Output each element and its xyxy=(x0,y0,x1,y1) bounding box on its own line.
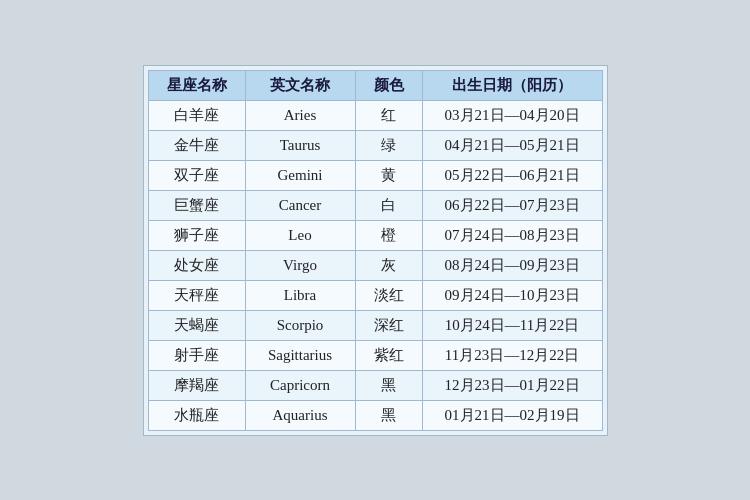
cell-en: Sagittarius xyxy=(245,340,355,370)
table-row: 巨蟹座Cancer白06月22日—07月23日 xyxy=(148,190,602,220)
table-row: 处女座Virgo灰08月24日—09月23日 xyxy=(148,250,602,280)
cell-en: Cancer xyxy=(245,190,355,220)
cell-date: 07月24日—08月23日 xyxy=(422,220,602,250)
cell-color: 淡红 xyxy=(355,280,422,310)
cell-en: Aries xyxy=(245,100,355,130)
cell-color: 红 xyxy=(355,100,422,130)
cell-zh: 巨蟹座 xyxy=(148,190,245,220)
cell-color: 绿 xyxy=(355,130,422,160)
cell-en: Virgo xyxy=(245,250,355,280)
cell-color: 白 xyxy=(355,190,422,220)
cell-date: 11月23日—12月22日 xyxy=(422,340,602,370)
cell-zh: 摩羯座 xyxy=(148,370,245,400)
cell-color: 橙 xyxy=(355,220,422,250)
cell-color: 黑 xyxy=(355,370,422,400)
table-row: 白羊座Aries红03月21日—04月20日 xyxy=(148,100,602,130)
cell-zh: 白羊座 xyxy=(148,100,245,130)
cell-en: Libra xyxy=(245,280,355,310)
cell-zh: 双子座 xyxy=(148,160,245,190)
header-color: 颜色 xyxy=(355,70,422,100)
table-row: 射手座Sagittarius紫红11月23日—12月22日 xyxy=(148,340,602,370)
cell-zh: 狮子座 xyxy=(148,220,245,250)
cell-date: 08月24日—09月23日 xyxy=(422,250,602,280)
table-row: 摩羯座Capricorn黑12月23日—01月22日 xyxy=(148,370,602,400)
cell-date: 05月22日—06月21日 xyxy=(422,160,602,190)
cell-color: 紫红 xyxy=(355,340,422,370)
cell-en: Gemini xyxy=(245,160,355,190)
cell-zh: 金牛座 xyxy=(148,130,245,160)
cell-zh: 水瓶座 xyxy=(148,400,245,430)
cell-date: 09月24日—10月23日 xyxy=(422,280,602,310)
cell-date: 12月23日—01月22日 xyxy=(422,370,602,400)
table-header-row: 星座名称 英文名称 颜色 出生日期（阳历） xyxy=(148,70,602,100)
table-row: 双子座Gemini黄05月22日—06月21日 xyxy=(148,160,602,190)
table-row: 天蝎座Scorpio深红10月24日—11月22日 xyxy=(148,310,602,340)
cell-date: 10月24日—11月22日 xyxy=(422,310,602,340)
table-row: 水瓶座Aquarius黑01月21日—02月19日 xyxy=(148,400,602,430)
zodiac-table-container: 星座名称 英文名称 颜色 出生日期（阳历） 白羊座Aries红03月21日—04… xyxy=(143,65,608,436)
cell-color: 黄 xyxy=(355,160,422,190)
cell-date: 03月21日—04月20日 xyxy=(422,100,602,130)
header-en: 英文名称 xyxy=(245,70,355,100)
cell-zh: 天蝎座 xyxy=(148,310,245,340)
cell-color: 灰 xyxy=(355,250,422,280)
cell-en: Capricorn xyxy=(245,370,355,400)
cell-date: 06月22日—07月23日 xyxy=(422,190,602,220)
cell-en: Taurus xyxy=(245,130,355,160)
cell-en: Aquarius xyxy=(245,400,355,430)
cell-zh: 射手座 xyxy=(148,340,245,370)
cell-en: Scorpio xyxy=(245,310,355,340)
cell-color: 黑 xyxy=(355,400,422,430)
cell-zh: 处女座 xyxy=(148,250,245,280)
table-row: 天秤座Libra淡红09月24日—10月23日 xyxy=(148,280,602,310)
cell-en: Leo xyxy=(245,220,355,250)
zodiac-table: 星座名称 英文名称 颜色 出生日期（阳历） 白羊座Aries红03月21日—04… xyxy=(148,70,603,431)
header-date: 出生日期（阳历） xyxy=(422,70,602,100)
cell-zh: 天秤座 xyxy=(148,280,245,310)
table-row: 金牛座Taurus绿04月21日—05月21日 xyxy=(148,130,602,160)
table-row: 狮子座Leo橙07月24日—08月23日 xyxy=(148,220,602,250)
cell-date: 04月21日—05月21日 xyxy=(422,130,602,160)
header-zh: 星座名称 xyxy=(148,70,245,100)
cell-color: 深红 xyxy=(355,310,422,340)
cell-date: 01月21日—02月19日 xyxy=(422,400,602,430)
